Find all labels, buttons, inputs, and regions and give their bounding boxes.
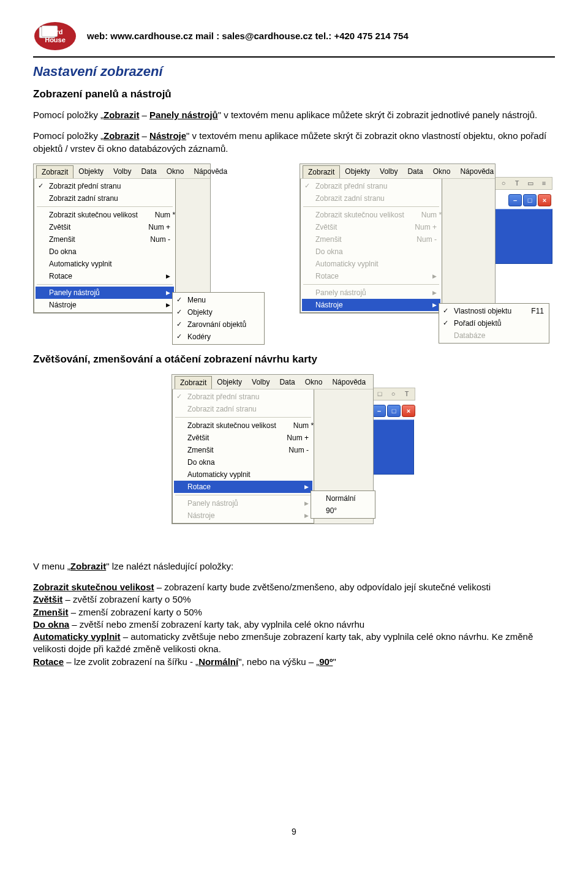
menu-volby[interactable]: Volby [108,165,136,178]
menubar: Zobrazit Objekty Volby Data Okno Nápověd… [34,164,210,179]
shortcut: Num + [270,434,309,442]
cardhouse-logo: Card House [33,21,77,51]
subitem-objects[interactable]: ✓Objekty [174,306,263,318]
label: Nástroje [49,301,77,309]
menu-objekty[interactable]: Objekty [340,165,375,178]
shortcut: Num - [133,235,170,244]
text: – [139,110,149,120]
menu-napoveda[interactable]: Nápověda [327,376,371,389]
tool-icon[interactable]: ≡ [540,179,548,187]
subitem-menu[interactable]: ✓Menu [174,294,263,306]
label: Automaticky vyplnit [187,470,251,479]
maximize-button[interactable]: □ [387,405,401,417]
tool-icon[interactable]: ○ [499,179,508,187]
subitem-90[interactable]: 90° [312,505,374,517]
tool-icon[interactable]: □ [375,390,384,397]
menu-data[interactable]: Data [402,165,428,178]
label: Nástroje [315,301,343,309]
tool-icon[interactable]: ▭ [526,179,535,187]
mail-link[interactable]: sales@cardhouse.cz [222,31,312,41]
section-title: Nastavení zobrazení [33,64,555,80]
subitem-align[interactable]: ✓Zarovnání objektů [174,318,263,331]
menuitem-panels[interactable]: Panely nástrojů▶ [36,287,174,299]
subitem-props[interactable]: ✓Vlastnosti objektuF11 [440,305,548,317]
menuitem-fit[interactable]: Do okna [36,246,174,258]
close-button[interactable]: × [402,405,415,417]
tool-icon[interactable]: ○ [389,390,398,397]
menu-objekty[interactable]: Objekty [212,376,247,389]
chevron-right-icon: ▶ [292,500,309,506]
menuitem-zoomout[interactable]: ZmenšitNum - [174,444,312,456]
minimize-button[interactable]: – [372,405,386,417]
menuitem-auto[interactable]: Automaticky vyplnit [174,468,312,481]
menuitem-tools[interactable]: Nástroje▶ [36,299,174,311]
menuitem-rot[interactable]: Rotace▶ [36,270,174,282]
page-number: 9 [0,827,588,836]
menu-volby[interactable]: Volby [247,376,274,389]
menuitem-zoomout: ZmenšitNum - [302,233,440,246]
label: Pořadí objektů [454,319,501,328]
web-label: web: [87,31,110,41]
tool-icon[interactable]: T [402,390,411,397]
text: Pomocí položky „ [33,110,104,120]
check-icon: ✓ [443,307,448,315]
def-text: – zvětší nebo zmenší zobrazení karty tak… [69,619,364,629]
subitem-coders[interactable]: ✓Kodéry [174,331,263,343]
menuitem-zoomin[interactable]: ZvětšitNum + [174,432,312,444]
check-icon: ✓ [304,182,310,190]
def-text: – zvětší zobrazení karty o 50% [62,594,190,604]
strong-underline: Panely nástrojů [149,110,218,120]
shortcut: Num * [138,211,175,219]
text: Pomocí položky „ [33,130,104,141]
menuitem-zoomout[interactable]: ZmenšitNum - [36,233,174,246]
menuitem-actual[interactable]: Zobrazit skutečnou velikostNum * [174,419,312,432]
label: Nástroje [187,511,215,520]
menuitem-auto[interactable]: Automaticky vyplnit [36,258,174,270]
chevron-right-icon: ▶ [292,513,309,519]
text: " v textovém menu aplikace můžete skrýt … [218,110,537,120]
menu-napoveda[interactable]: Nápověda [455,165,499,178]
label: Zobrazit zadní stranu [315,194,385,203]
maximize-button[interactable]: □ [523,194,537,206]
label: Zarovnání objektů [187,320,246,329]
check-icon: ✓ [176,296,182,304]
menuitem-rot[interactable]: Rotace▶ [174,481,312,493]
tel-number: +420 475 214 754 [334,31,408,41]
menu-data[interactable]: Data [274,376,300,389]
dropdown-zobrazit: ✓Zobrazit přední stranu Zobrazit zadní s… [172,389,314,524]
separator [303,206,439,207]
menu-data[interactable]: Data [136,165,161,178]
menu-zobrazit[interactable]: Zobrazit [36,165,74,178]
strong-underline: Zobrazit [104,130,139,141]
menuitem-front[interactable]: ✓Zobrazit přední stranu [36,180,174,192]
minimize-button[interactable]: – [508,194,522,206]
menuitem-actual[interactable]: Zobrazit skutečnou velikostNum * [36,209,174,221]
menu-napoveda[interactable]: Nápověda [189,165,232,178]
label: Panely nástrojů [315,288,366,297]
web-link[interactable]: www.cardhouse.cz [110,31,192,41]
label: Panely nástrojů [49,288,100,297]
menu-volby[interactable]: Volby [375,165,402,178]
check-icon: ✓ [176,308,182,316]
menu-zobrazit[interactable]: Zobrazit [303,165,340,178]
menu-objekty[interactable]: Objekty [74,165,108,178]
subitem-order[interactable]: ✓Pořadí objektů [440,317,548,329]
menu-okno[interactable]: Okno [162,165,189,178]
check-icon: ✓ [176,393,182,400]
menuitem-actual: Zobrazit skutečnou velikostNum * [302,209,440,221]
menuitem-zoomin[interactable]: ZvětšitNum + [36,221,174,233]
tool-icon[interactable]: T [513,179,521,187]
paragraph-1: Pomocí položky „Zobrazit – Panely nástro… [33,109,555,121]
menu-okno[interactable]: Okno [428,165,456,178]
menuitem-back[interactable]: Zobrazit zadní stranu [36,192,174,205]
subitem-normal[interactable]: Normální [312,492,374,505]
menuitem-fit[interactable]: Do okna [174,456,312,468]
label: Panely nástrojů [187,499,238,508]
definitions-block: Zobrazit skutečnou velikost – zobrazení … [33,581,555,668]
menuitem-tools[interactable]: Nástroje▶ [302,299,440,311]
label: Databáze [454,331,485,340]
menu-okno[interactable]: Okno [300,376,328,389]
close-button[interactable]: × [538,194,551,206]
strong-underline: Zobrazit [104,110,139,120]
menu-zobrazit[interactable]: Zobrazit [175,376,212,389]
